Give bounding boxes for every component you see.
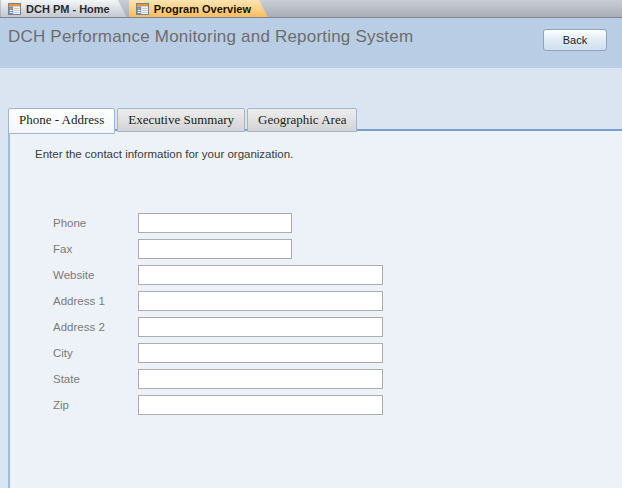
field-label: Zip [53, 399, 138, 411]
back-button[interactable]: Back [543, 29, 607, 51]
header: DCH Performance Monitoring and Reporting… [0, 18, 622, 68]
form-icon [136, 3, 149, 15]
form-body: Enter the contact information for your o… [0, 68, 622, 488]
fax-input[interactable] [138, 239, 292, 259]
field-label: Phone [53, 217, 138, 229]
document-tab-label: Program Overview [154, 3, 251, 15]
phone-input[interactable] [138, 213, 292, 233]
form-icon [8, 3, 21, 15]
form-tab-phone-address[interactable]: Phone - Address [8, 108, 115, 134]
form-tab-geographic-area[interactable]: Geographic Area [247, 108, 357, 132]
page-title: DCH Performance Monitoring and Reporting… [8, 27, 413, 47]
form-tab-executive-summary[interactable]: Executive Summary [117, 108, 245, 132]
field-row-address-2: Address 2 [10, 317, 383, 337]
instruction-text: Enter the contact information for your o… [35, 148, 293, 160]
field-label: Address 2 [53, 321, 138, 333]
document-tab-label: DCH PM - Home [26, 3, 110, 15]
field-row-city: City [10, 343, 383, 363]
field-label: State [53, 373, 138, 385]
document-tab-bar: DCH PM - Home Pr [0, 0, 622, 18]
field-label: Website [53, 269, 138, 281]
field-label: Address 1 [53, 295, 138, 307]
field-row-fax: Fax [10, 239, 383, 259]
zip-input[interactable] [138, 395, 383, 415]
form-tab-strip: Phone - Address Executive Summary Geogra… [8, 108, 357, 132]
field-list: Phone Fax Website Address 1 [10, 213, 383, 421]
form-tab-label: Executive Summary [128, 112, 234, 127]
website-input[interactable] [138, 265, 383, 285]
document-tab-dch-pm-home[interactable]: DCH PM - Home [1, 0, 127, 17]
field-row-state: State [10, 369, 383, 389]
field-row-website: Website [10, 265, 383, 285]
form-tab-label: Geographic Area [258, 112, 346, 127]
field-row-address-1: Address 1 [10, 291, 383, 311]
address-1-input[interactable] [138, 291, 383, 311]
field-label: Fax [53, 243, 138, 255]
form-tab-label: Phone - Address [19, 112, 104, 127]
address-2-input[interactable] [138, 317, 383, 337]
field-label: City [53, 347, 138, 359]
field-row-phone: Phone [10, 213, 383, 233]
tab-page-phone-address: Enter the contact information for your o… [8, 129, 622, 488]
state-input[interactable] [138, 369, 383, 389]
field-row-zip: Zip [10, 395, 383, 415]
city-input[interactable] [138, 343, 383, 363]
document-tab-program-overview[interactable]: Program Overview [129, 0, 268, 17]
